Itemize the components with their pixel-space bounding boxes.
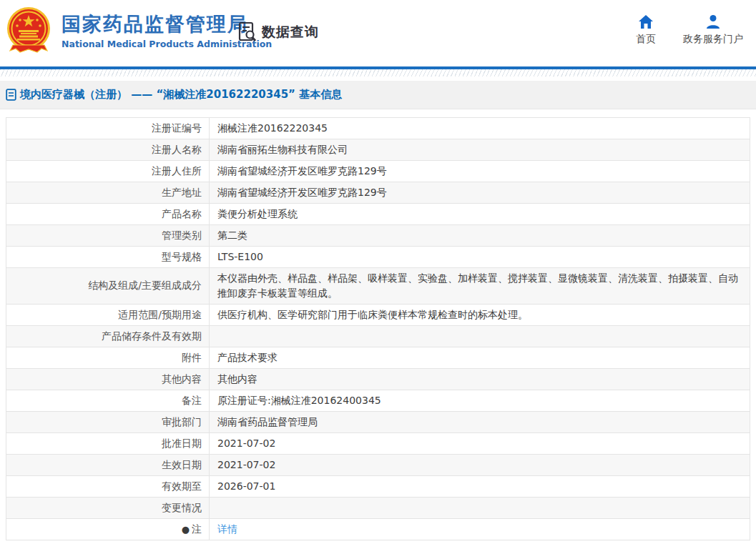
breadcrumb: 境内医疗器械（注册） —— “湘械注准20162220345” 基本信息: [0, 81, 756, 109]
row-label-text: 注册证编号: [152, 122, 202, 135]
row-label-text: 审批部门: [162, 416, 202, 429]
table-row: 注册人住所 湖南省望城经济开发区唯罗克路129号: [6, 161, 750, 182]
row-value-text: 其他内容: [217, 372, 257, 387]
table-row: 型号规格 LTS-E100: [6, 247, 750, 268]
row-value-text: 湘械注准20162220345: [217, 121, 328, 136]
nav-portal-label: 政务服务门户: [683, 33, 743, 46]
row-label-text: 批准日期: [162, 437, 202, 450]
row-label-text: 产品储存条件及有效期: [102, 330, 202, 343]
row-label: 附件: [6, 347, 210, 368]
row-label-text: 产品名称: [162, 208, 202, 221]
row-label-text: 型号规格: [162, 251, 202, 264]
table-row: 有效期至 2026-07-01: [6, 476, 750, 498]
row-label-text: 结构及组成/主要组成成分: [88, 280, 202, 292]
row-label: 生产地址: [6, 182, 210, 203]
table-row: 适用范围/预期用途 供医疗机构、医学研究部门用于临床粪便样本常规检查时的标本处理…: [6, 305, 750, 326]
row-value: 湘械注准20162220345: [210, 118, 750, 139]
data-query-icon: [237, 21, 257, 43]
row-value: 2021-07-02: [210, 455, 750, 475]
row-label-text: 有效期至: [162, 480, 202, 493]
row-label: 注册人住所: [6, 161, 210, 182]
row-label-text: 适用范围/预期用途: [118, 309, 202, 322]
nav-home-label: 首页: [636, 33, 656, 46]
row-label-text: 附件: [182, 352, 202, 365]
national-emblem-logo: [6, 6, 51, 61]
row-value: 湖南省丽拓生物科技有限公司: [210, 139, 750, 160]
table-row: 生产地址 湖南省望城经济开发区唯罗克路129号: [6, 182, 750, 204]
row-value-text[interactable]: 详情: [217, 522, 237, 537]
nav-home[interactable]: 首页: [636, 14, 656, 46]
row-label: 结构及组成/主要组成成分: [6, 268, 210, 304]
row-value: [210, 498, 750, 518]
home-icon: [638, 14, 654, 29]
document-icon: [6, 89, 16, 101]
row-value-text: 湖南省丽拓生物科技有限公司: [217, 142, 348, 157]
table-row: 注册证编号 湘械注准20162220345: [6, 118, 750, 139]
row-value: 粪便分析处理系统: [210, 204, 750, 224]
emblem-icon: [6, 6, 51, 61]
row-label: 管理类别: [6, 225, 210, 246]
row-value: 湖南省望城经济开发区唯罗克路129号: [210, 161, 750, 182]
row-label-text: 注册人名称: [152, 144, 202, 157]
row-label-text: 管理类别: [162, 229, 202, 242]
row-value-text: 产品技术要求: [217, 350, 278, 365]
table-row: ●注 详情: [6, 519, 750, 540]
row-value-text: 第二类: [217, 228, 247, 243]
table-row: 备注 原注册证号:湘械注准20162400345: [6, 390, 750, 412]
row-label: 其他内容: [6, 369, 210, 390]
table-row: 附件 产品技术要求: [6, 347, 750, 369]
row-label: 变更情况: [6, 498, 210, 518]
row-label-text: 变更情况: [162, 502, 202, 515]
table-row: 生效日期 2021-07-02: [6, 455, 750, 476]
table-row: 变更情况: [6, 498, 750, 519]
row-label-text: 备注: [182, 395, 202, 407]
row-value: 供医疗机构、医学研究部门用于临床粪便样本常规检查时的标本处理。: [210, 305, 750, 325]
note-icon: ●: [182, 525, 190, 534]
data-query-section[interactable]: 数据查询: [237, 21, 319, 43]
info-table: 注册证编号 湘械注准20162220345 注册人名称 湖南省丽拓生物科技有限公…: [6, 117, 750, 540]
row-label: 批准日期: [6, 433, 210, 454]
breadcrumb-text: 境内医疗器械（注册） —— “湘械注准20162220345” 基本信息: [20, 88, 342, 102]
stripe-band: [0, 69, 756, 76]
row-label: 型号规格: [6, 247, 210, 267]
row-value: 其他内容: [210, 369, 750, 390]
row-value: 2026-07-01: [210, 476, 750, 497]
row-value: 2021-07-02: [210, 433, 750, 454]
nav-portal[interactable]: 政务服务门户: [683, 14, 743, 46]
row-label: 产品储存条件及有效期: [6, 326, 210, 347]
table-row: 产品名称 粪便分析处理系统: [6, 204, 750, 225]
row-label-text: 其他内容: [162, 373, 202, 386]
row-value: 原注册证号:湘械注准20162400345: [210, 390, 750, 411]
row-label: 适用范围/预期用途: [6, 305, 210, 325]
row-label: 注册人名称: [6, 139, 210, 160]
table-row: 注册人名称 湖南省丽拓生物科技有限公司: [6, 139, 750, 161]
row-value-text: 湖南省望城经济开发区唯罗克路129号: [217, 164, 387, 179]
row-value-text: LTS-E100: [217, 249, 263, 264]
row-value: 湖南省望城经济开发区唯罗克路129号: [210, 182, 750, 203]
row-value-text: 原注册证号:湘械注准20162400345: [217, 393, 381, 408]
row-value: 产品技术要求: [210, 347, 750, 368]
page-header: 国家药品监督管理局 National Medical Products Admi…: [0, 0, 756, 66]
row-value-text: 湖南省药品监督管理局: [217, 415, 318, 430]
row-value: 本仪器由外壳、样品盘、样品架、吸样装置、实验盘、加样装置、搅拌装置、显微镜装置、…: [210, 268, 750, 304]
row-label: 备注: [6, 390, 210, 411]
row-value-text: 粪便分析处理系统: [217, 207, 298, 222]
table-row: 审批部门 湖南省药品监督管理局: [6, 412, 750, 433]
row-value-text: 2026-07-01: [217, 479, 275, 494]
table-row: 产品储存条件及有效期: [6, 326, 750, 347]
row-value: 第二类: [210, 225, 750, 246]
row-label: 生效日期: [6, 455, 210, 475]
row-label-text: 生产地址: [162, 187, 202, 199]
top-nav: 首页 政务服务门户: [636, 14, 743, 46]
table-row: 其他内容 其他内容: [6, 369, 750, 390]
row-value-text: 本仪器由外壳、样品盘、样品架、吸样装置、实验盘、加样装置、搅拌装置、显微镜装置、…: [217, 271, 744, 301]
row-label: 审批部门: [6, 412, 210, 432]
row-value-text: 供医疗机构、医学研究部门用于临床粪便样本常规检查时的标本处理。: [217, 307, 528, 322]
table-row: 结构及组成/主要组成成分 本仪器由外壳、样品盘、样品架、吸样装置、实验盘、加样装…: [6, 268, 750, 305]
row-label-text: 生效日期: [162, 459, 202, 472]
table-row: 管理类别 第二类: [6, 225, 750, 247]
row-label: 产品名称: [6, 204, 210, 224]
row-value-text: 2021-07-02: [217, 458, 275, 473]
table-row: 批准日期 2021-07-02: [6, 433, 750, 455]
row-value: 详情: [210, 519, 750, 540]
